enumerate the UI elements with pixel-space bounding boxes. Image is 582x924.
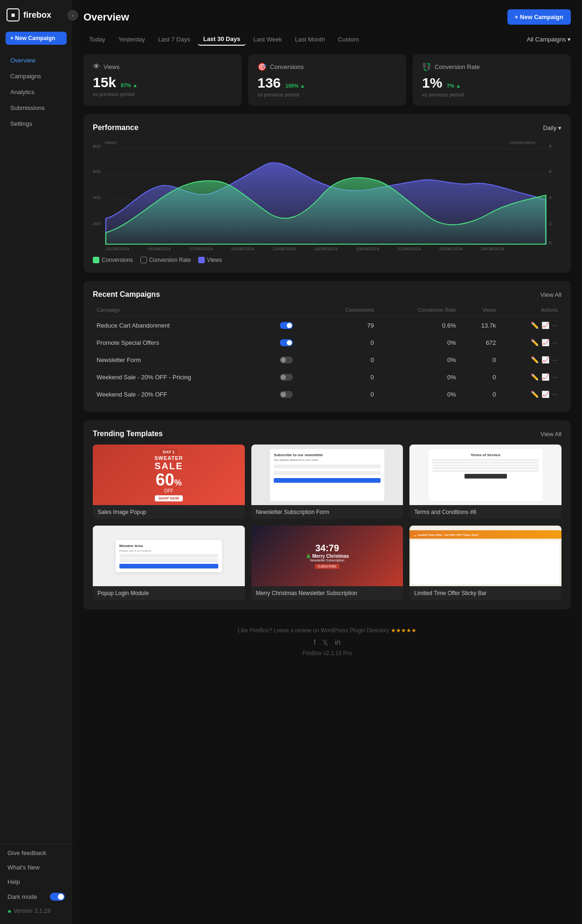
more-icon[interactable]: ··· bbox=[552, 322, 558, 329]
logo: ■ firebox bbox=[0, 0, 72, 30]
analytics-icon[interactable]: 📈 bbox=[541, 339, 549, 346]
edit-icon[interactable]: ✏️ bbox=[531, 356, 539, 363]
edit-icon[interactable]: ✏️ bbox=[531, 373, 539, 381]
template-card-popup-login-module[interactable]: Member Area Please sign in to continue P… bbox=[93, 526, 245, 600]
social-linkedin[interactable]: in bbox=[335, 638, 340, 647]
sidebar-collapse-button[interactable]: ‹ bbox=[68, 10, 78, 21]
campaign-rate: 0% bbox=[378, 351, 460, 369]
campaign-toggle[interactable] bbox=[280, 391, 293, 398]
campaign-toggle[interactable] bbox=[280, 339, 293, 346]
campaign-views: 672 bbox=[460, 334, 500, 351]
chart-period-dropdown[interactable]: Daily ▾ bbox=[543, 124, 561, 131]
dark-mode-label: Dark mode bbox=[7, 893, 37, 900]
sidebar-item-submissions[interactable]: Submissions bbox=[3, 100, 69, 116]
performance-chart-title: Performance bbox=[93, 123, 139, 132]
campaign-name: Weekend Sale - 20% OFF - Pricing bbox=[93, 369, 276, 386]
col-conversions: Conversions bbox=[313, 305, 378, 317]
x-label-10: 28/08/2024 bbox=[481, 246, 505, 251]
views-vs-text: vs previous period bbox=[93, 91, 232, 97]
more-icon[interactable]: ··· bbox=[552, 339, 558, 346]
analytics-icon[interactable]: 📈 bbox=[541, 322, 549, 329]
template-name-merry-christmas: Merry Christmas Newsletter Subscription bbox=[251, 586, 403, 600]
campaign-views: 0 bbox=[460, 369, 500, 386]
sidebar-item-settings[interactable]: Settings bbox=[3, 116, 69, 131]
stat-card-conversions: 🎯 Conversions 136 100% ▲ vs previous per… bbox=[248, 54, 406, 106]
tab-last-7-days[interactable]: Last 7 Days bbox=[152, 34, 196, 45]
sidebar-item-help[interactable]: Help bbox=[0, 875, 72, 889]
template-preview-limited-time-offer: 🔥 Limited Time Offer - Get 50% OFF Today… bbox=[409, 526, 561, 586]
conversion-rate-icon: 💱 bbox=[422, 62, 431, 71]
edit-icon[interactable]: ✏️ bbox=[531, 322, 539, 329]
sidebar-item-whats-new[interactable]: What's New bbox=[0, 860, 72, 875]
more-icon[interactable]: ··· bbox=[552, 390, 558, 398]
version-row: ● Version 2.1.19 bbox=[0, 904, 72, 917]
analytics-icon[interactable]: 📈 bbox=[541, 373, 549, 381]
footer-review-text: Like FireBox? Leave a review on WordPres… bbox=[83, 627, 571, 634]
y-label-4: 4 bbox=[549, 195, 552, 200]
whats-new-label: What's New bbox=[7, 864, 40, 871]
recent-campaigns-view-all[interactable]: View All bbox=[540, 291, 561, 298]
tab-yesterday[interactable]: Yesterday bbox=[113, 34, 151, 45]
tab-custom[interactable]: Custom bbox=[333, 34, 365, 45]
social-twitter[interactable]: 𝕏 bbox=[322, 638, 328, 647]
template-card-limited-time-offer[interactable]: 🔥 Limited Time Offer - Get 50% OFF Today… bbox=[409, 526, 561, 600]
template-card-merry-christmas[interactable]: 34:79 🎄 Merry Christmas Newsletter Subsc… bbox=[251, 526, 403, 600]
analytics-icon[interactable]: 📈 bbox=[541, 390, 549, 398]
chart-legend: Conversions Conversion Rate Views bbox=[93, 257, 561, 263]
template-name-limited-time-offer: Limited Time Offer Sticky Bar bbox=[409, 586, 561, 600]
dark-mode-toggle[interactable] bbox=[50, 893, 65, 901]
sidebar-item-submissions-label: Submissions bbox=[10, 104, 45, 111]
legend-views[interactable]: Views bbox=[198, 257, 222, 263]
template-card-terms-and-conditions-8[interactable]: Terms of Service Terms and Conditions #8 bbox=[409, 445, 561, 519]
edit-icon[interactable]: ✏️ bbox=[531, 339, 539, 346]
campaign-actions: ✏️ 📈 ··· bbox=[500, 386, 561, 403]
campaign-toggle[interactable] bbox=[280, 356, 293, 363]
page-title: Overview bbox=[83, 11, 129, 23]
sidebar-item-analytics[interactable]: Analytics bbox=[3, 84, 69, 100]
templates-grid: DAY 1 SWEATER SALE 60% OFF SHOP NOW Sale… bbox=[93, 445, 561, 600]
sidebar-item-dark-mode[interactable]: Dark mode bbox=[0, 889, 72, 904]
analytics-icon[interactable]: 📈 bbox=[541, 356, 549, 363]
legend-conversion-rate-label: Conversion Rate bbox=[149, 257, 191, 263]
sidebar-item-analytics-label: Analytics bbox=[10, 89, 35, 96]
conversions-value: 136 bbox=[257, 75, 281, 91]
sidebar-item-campaigns[interactable]: Campaigns bbox=[3, 68, 69, 84]
template-card-sales-image-popup[interactable]: DAY 1 SWEATER SALE 60% OFF SHOP NOW Sale… bbox=[93, 445, 245, 519]
footer-version: FireBox v2.1.19 Pro bbox=[83, 650, 571, 657]
campaign-name: Weekend Sale - 20% OFF bbox=[93, 386, 276, 403]
views-icon: 👁 bbox=[93, 62, 100, 71]
more-icon[interactable]: ··· bbox=[552, 373, 558, 381]
col-campaign: Campaign bbox=[93, 305, 276, 317]
stat-card-views: 👁 Views 15k 87% ▲ vs previous period bbox=[83, 54, 242, 106]
more-icon[interactable]: ··· bbox=[552, 356, 558, 363]
campaign-toggle[interactable] bbox=[280, 374, 293, 381]
campaign-toggle-cell bbox=[276, 369, 313, 386]
sidebar-new-campaign-button[interactable]: + New Campaign bbox=[6, 32, 67, 45]
tab-last-month[interactable]: Last Month bbox=[289, 34, 330, 45]
legend-conversion-rate[interactable]: Conversion Rate bbox=[140, 257, 191, 263]
x-label-1: 01/08/2024 bbox=[106, 246, 130, 251]
campaign-toggle[interactable] bbox=[280, 322, 293, 329]
campaign-toggle-cell bbox=[276, 386, 313, 403]
y-label-0: 0 bbox=[549, 240, 552, 245]
x-label-9: 25/08/2024 bbox=[439, 246, 463, 251]
campaign-toggle-cell bbox=[276, 351, 313, 369]
template-card-newsletter-subscription-form[interactable]: Subscribe to our newsletter Get updates … bbox=[251, 445, 403, 519]
legend-conversions[interactable]: Conversions bbox=[93, 257, 133, 263]
header-new-campaign-button[interactable]: + New Campaign bbox=[507, 9, 571, 25]
template-preview-newsletter-subscription-form: Subscribe to our newsletter Get updates … bbox=[251, 445, 403, 505]
trending-templates-view-all[interactable]: View All bbox=[540, 431, 561, 438]
edit-icon[interactable]: ✏️ bbox=[531, 390, 539, 398]
tab-today[interactable]: Today bbox=[83, 34, 111, 45]
x-label-5: 13/08/2024 bbox=[272, 246, 296, 251]
recent-campaigns-title: Recent Campaigns bbox=[93, 290, 160, 299]
all-campaigns-dropdown[interactable]: All Campaigns ▾ bbox=[527, 36, 571, 43]
conversions-vs-text: vs previous period bbox=[257, 92, 397, 97]
tab-last-30-days[interactable]: Last 30 Days bbox=[198, 33, 246, 46]
views-badge: 87% ▲ bbox=[121, 82, 138, 88]
sidebar-item-overview[interactable]: Overview bbox=[3, 53, 69, 68]
recent-campaigns-card: Recent Campaigns View All Campaign Conve… bbox=[83, 281, 571, 412]
social-facebook[interactable]: f bbox=[314, 638, 316, 647]
tab-last-week[interactable]: Last Week bbox=[248, 34, 287, 45]
sidebar-item-give-feedback[interactable]: Give feedback bbox=[0, 846, 72, 860]
